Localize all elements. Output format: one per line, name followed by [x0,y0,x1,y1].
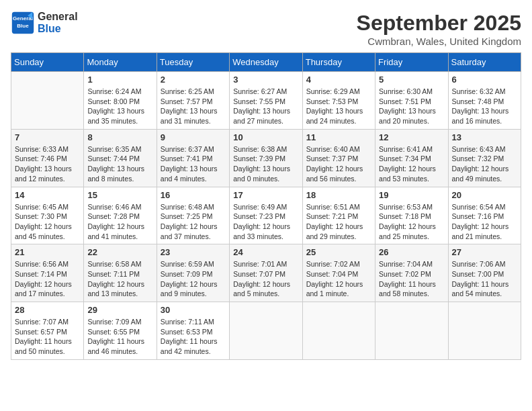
day-cell: 10Sunrise: 6:38 AMSunset: 7:39 PMDayligh… [230,129,302,187]
day-info: Sunrise: 6:41 AMSunset: 7:34 PMDaylight:… [379,144,444,184]
day-info: Sunrise: 6:45 AMSunset: 7:30 PMDaylight:… [15,202,80,242]
day-info: Sunrise: 6:46 AMSunset: 7:28 PMDaylight:… [87,202,152,242]
day-info: Sunrise: 7:06 AMSunset: 7:00 PMDaylight:… [452,259,517,299]
day-cell: 2Sunrise: 6:25 AMSunset: 7:57 PMDaylight… [157,72,229,130]
day-info: Sunrise: 6:35 AMSunset: 7:44 PMDaylight:… [87,144,152,184]
calendar-table: SundayMondayTuesdayWednesdayThursdayFrid… [11,52,521,360]
day-info: Sunrise: 6:30 AMSunset: 7:51 PMDaylight:… [379,87,444,126]
svg-text:Blue: Blue [17,23,29,29]
day-cell [375,302,448,360]
day-cell [448,302,521,360]
header-sunday: Sunday [11,53,84,72]
day-number: 24 [233,247,298,257]
day-number: 29 [87,305,152,315]
day-cell: 22Sunrise: 6:58 AMSunset: 7:11 PMDayligh… [84,244,157,302]
day-number: 21 [15,247,80,257]
day-number: 4 [306,75,371,85]
day-number: 30 [161,305,226,315]
day-cell: 6Sunrise: 6:32 AMSunset: 7:48 PMDaylight… [448,72,521,130]
day-number: 6 [452,75,517,85]
day-info: Sunrise: 7:04 AMSunset: 7:02 PMDaylight:… [379,259,444,299]
day-cell: 29Sunrise: 7:09 AMSunset: 6:55 PMDayligh… [84,302,157,360]
calendar-body: 1Sunrise: 6:24 AMSunset: 8:00 PMDaylight… [11,72,521,360]
day-number: 26 [379,247,444,257]
logo: General Blue General Blue [11,11,78,35]
day-number: 20 [452,190,517,200]
day-info: Sunrise: 6:37 AMSunset: 7:41 PMDaylight:… [161,144,226,184]
day-info: Sunrise: 6:40 AMSunset: 7:37 PMDaylight:… [306,144,371,184]
day-cell: 27Sunrise: 7:06 AMSunset: 7:00 PMDayligh… [448,244,521,302]
week-row-5: 28Sunrise: 7:07 AMSunset: 6:57 PMDayligh… [11,302,521,360]
day-cell: 17Sunrise: 6:49 AMSunset: 7:23 PMDayligh… [230,187,302,244]
day-info: Sunrise: 6:53 AMSunset: 7:18 PMDaylight:… [379,202,444,242]
day-cell: 21Sunrise: 6:56 AMSunset: 7:14 PMDayligh… [11,244,84,302]
month-title: September 2025 [357,11,521,36]
day-info: Sunrise: 7:02 AMSunset: 7:04 PMDaylight:… [306,259,371,299]
day-cell [302,302,375,360]
logo-text-line1: General [38,11,78,23]
day-number: 7 [15,132,80,142]
day-cell: 23Sunrise: 6:59 AMSunset: 7:09 PMDayligh… [157,244,229,302]
day-cell: 19Sunrise: 6:53 AMSunset: 7:18 PMDayligh… [375,187,448,244]
day-cell: 4Sunrise: 6:29 AMSunset: 7:53 PMDaylight… [302,72,375,130]
day-info: Sunrise: 6:32 AMSunset: 7:48 PMDaylight:… [452,87,517,126]
day-cell: 20Sunrise: 6:54 AMSunset: 7:16 PMDayligh… [448,187,521,244]
title-block: September 2025 Cwmbran, Wales, United Ki… [357,11,521,47]
day-number: 1 [87,75,152,85]
day-info: Sunrise: 7:07 AMSunset: 6:57 PMDaylight:… [15,317,80,357]
day-number: 17 [233,190,298,200]
day-cell: 15Sunrise: 6:46 AMSunset: 7:28 PMDayligh… [84,187,157,244]
week-row-4: 21Sunrise: 6:56 AMSunset: 7:14 PMDayligh… [11,244,521,302]
day-number: 2 [161,75,226,85]
logo-icon: General Blue [11,11,35,35]
header-saturday: Saturday [448,53,521,72]
day-cell: 13Sunrise: 6:43 AMSunset: 7:32 PMDayligh… [448,129,521,187]
day-cell: 18Sunrise: 6:51 AMSunset: 7:21 PMDayligh… [302,187,375,244]
day-number: 10 [233,132,298,142]
week-row-3: 14Sunrise: 6:45 AMSunset: 7:30 PMDayligh… [11,187,521,244]
day-number: 14 [15,190,80,200]
day-info: Sunrise: 6:38 AMSunset: 7:39 PMDaylight:… [233,144,298,184]
day-info: Sunrise: 6:59 AMSunset: 7:09 PMDaylight:… [161,259,226,299]
day-number: 18 [306,190,371,200]
header-thursday: Thursday [302,53,375,72]
day-number: 27 [452,247,517,257]
day-info: Sunrise: 7:09 AMSunset: 6:55 PMDaylight:… [87,317,152,357]
day-cell: 16Sunrise: 6:48 AMSunset: 7:25 PMDayligh… [157,187,229,244]
day-info: Sunrise: 6:27 AMSunset: 7:55 PMDaylight:… [233,87,298,126]
day-info: Sunrise: 6:43 AMSunset: 7:32 PMDaylight:… [452,144,517,184]
day-cell: 14Sunrise: 6:45 AMSunset: 7:30 PMDayligh… [11,187,84,244]
day-cell: 8Sunrise: 6:35 AMSunset: 7:44 PMDaylight… [84,129,157,187]
day-number: 13 [452,132,517,142]
day-cell: 5Sunrise: 6:30 AMSunset: 7:51 PMDaylight… [375,72,448,130]
day-info: Sunrise: 7:11 AMSunset: 6:53 PMDaylight:… [161,317,226,357]
header-tuesday: Tuesday [157,53,229,72]
day-cell: 25Sunrise: 7:02 AMSunset: 7:04 PMDayligh… [302,244,375,302]
day-cell: 3Sunrise: 6:27 AMSunset: 7:55 PMDaylight… [230,72,302,130]
day-info: Sunrise: 6:33 AMSunset: 7:46 PMDaylight:… [15,144,80,184]
day-cell: 28Sunrise: 7:07 AMSunset: 6:57 PMDayligh… [11,302,84,360]
header-friday: Friday [375,53,448,72]
day-number: 19 [379,190,444,200]
day-info: Sunrise: 6:25 AMSunset: 7:57 PMDaylight:… [161,87,226,126]
day-cell: 1Sunrise: 6:24 AMSunset: 8:00 PMDaylight… [84,72,157,130]
day-number: 28 [15,305,80,315]
day-number: 15 [87,190,152,200]
day-cell: 11Sunrise: 6:40 AMSunset: 7:37 PMDayligh… [302,129,375,187]
logo-text-line2: Blue [38,23,78,35]
location: Cwmbran, Wales, United Kingdom [357,36,521,47]
day-info: Sunrise: 6:29 AMSunset: 7:53 PMDaylight:… [306,87,371,126]
day-info: Sunrise: 6:49 AMSunset: 7:23 PMDaylight:… [233,202,298,242]
page-header: General Blue General Blue September 2025… [11,11,521,47]
header-monday: Monday [84,53,157,72]
week-row-2: 7Sunrise: 6:33 AMSunset: 7:46 PMDaylight… [11,129,521,187]
day-number: 11 [306,132,371,142]
day-cell: 12Sunrise: 6:41 AMSunset: 7:34 PMDayligh… [375,129,448,187]
day-number: 8 [87,132,152,142]
day-cell [230,302,302,360]
week-row-1: 1Sunrise: 6:24 AMSunset: 8:00 PMDaylight… [11,72,521,130]
day-number: 12 [379,132,444,142]
day-number: 16 [161,190,226,200]
day-cell [11,72,84,130]
day-number: 23 [161,247,226,257]
